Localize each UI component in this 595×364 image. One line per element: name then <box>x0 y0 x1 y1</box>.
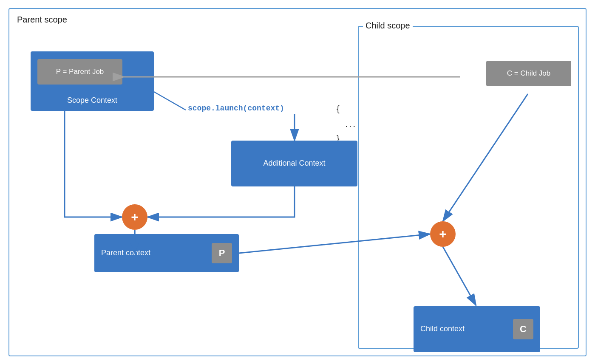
additional-context-box: Additional Context <box>231 141 357 186</box>
plus-circle-left: + <box>122 204 147 230</box>
child-job-label: C = Child Job <box>507 69 551 78</box>
scope-context-box: P = Parent Job Scope Context <box>31 51 154 111</box>
code-dots: ... <box>345 119 357 130</box>
additional-context-label: Additional Context <box>263 159 325 168</box>
parent-context-label: Parent context <box>101 248 150 257</box>
brace-open: { <box>337 104 340 114</box>
svg-line-11 <box>154 92 186 110</box>
parent-job-label: P = Parent Job <box>56 68 104 76</box>
child-scope-label: Child scope <box>363 21 413 31</box>
code-launch: scope.launch(context) <box>188 104 284 113</box>
parent-badge: P <box>212 243 232 263</box>
parent-context-box: Parent context P <box>94 234 239 272</box>
child-context-label: Child context <box>420 324 465 333</box>
diagram-container: Parent scope Child scope C = Child Job C… <box>8 8 586 356</box>
child-context-box: Child context C <box>414 306 540 352</box>
parent-scope-label: Parent scope <box>17 15 67 25</box>
scope-context-label: Scope Context <box>67 96 117 105</box>
child-job-box: C = Child Job <box>486 61 571 86</box>
child-scope-box: Child scope C = Child Job Child context … <box>358 26 579 349</box>
child-badge: C <box>513 319 533 339</box>
plus-circle-right: + <box>430 221 456 247</box>
parent-job-box: P = Parent Job <box>37 59 122 85</box>
